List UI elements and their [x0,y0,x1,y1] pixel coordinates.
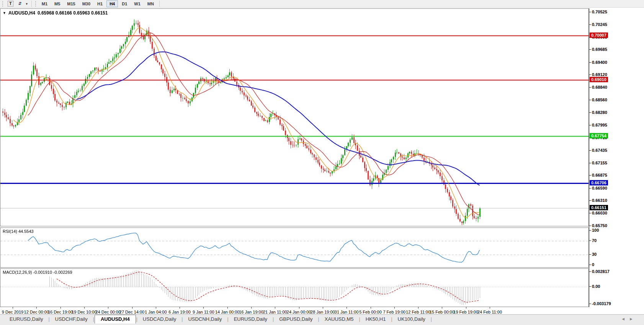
time-tick-mark [418,307,418,309]
timeframe-button-m15[interactable]: M15 [64,0,78,7]
time-tick-mark [36,307,37,309]
timeframe-button-m5[interactable]: M5 [51,0,63,7]
price-line-tag: 0.66706 [590,180,608,185]
macd-tick-mark [589,271,591,272]
price-tick-mark [589,213,591,213]
price-line-tag: 0.66151 [590,205,608,210]
time-tick-label: 24 Dec 00:00 [95,310,120,314]
price-tick-mark [589,62,591,63]
chart-tab-audusd-h4[interactable]: AUDUSD,H4 [95,315,136,324]
tab-scroll-left-icon[interactable]: ◄ [621,317,625,321]
time-tick-label: 12 Feb 11:00 [406,310,430,314]
rsi-tick-mark [589,254,591,255]
macd-tick-label: 0.002817 [592,269,626,274]
time-tick-mark [13,307,13,309]
timeframe-button-m30[interactable]: M30 [79,0,93,7]
price-tick-label: 0.66875 [592,173,626,178]
rsi-panel: RSI(14) 44.5543 [0,227,589,268]
rsi-label: RSI(14) 44.5543 [3,229,34,234]
arrows-tool-button[interactable]: ⇵ [16,0,24,7]
timeframe-button-mn[interactable]: MN [144,0,157,7]
time-tick-mark [466,307,466,309]
macd-canvas[interactable] [0,269,588,307]
price-tick-mark [589,175,591,176]
time-tick-label: 24 Jan 00:00 [287,310,311,314]
collapse-triangle-icon[interactable]: ▼ [3,11,6,15]
tab-separator: | [430,317,432,323]
price-tick-mark [589,226,591,226]
timeframe-button-h1[interactable]: H1 [94,0,106,7]
time-tick-mark [108,307,108,309]
status-strip [0,323,644,325]
time-tick-label: 28 Jan 19:00 [311,310,335,314]
time-tick-mark [180,307,180,309]
arrows-dropdown-caret[interactable]: ▾ [25,0,29,7]
price-tick-label: 0.66590 [592,186,626,191]
chart-tab-gbpusd-daily[interactable]: GBPUSD,Daily [274,315,317,323]
chart-tab-hk50-h1[interactable]: HK50,H1 [361,315,391,323]
price-line-tag: 0.69010 [590,77,608,82]
time-tick-label: 15 Feb 00:00 [430,310,454,314]
time-tick-label: 19 Feb 19:00 [453,310,478,314]
time-tick-label: 16 Jan 19:00 [239,310,263,314]
timeframe-button-w1[interactable]: W1 [131,0,144,7]
toolbar: T ⇵ ▾ M1M5M15M30H1H4D1W1MN [0,0,644,8]
time-tick-label: 31 Jan 11:00 [335,310,359,314]
time-tick-label: 24 Feb 11:00 [477,310,502,314]
timeframe-button-d1[interactable]: D1 [119,0,130,7]
rsi-canvas[interactable] [0,228,588,267]
timeframe-button-h4[interactable]: H4 [106,0,118,7]
chart-tab-usdchf-daily[interactable]: USDCHF,Daily [50,315,93,323]
macd-panel: MACD(12,26,9) -0.001910 -0.002269 [0,268,589,307]
price-tick-label: 0.67995 [592,123,626,128]
chart-tab-usdcnh-daily[interactable]: USDCNH,Daily [183,315,227,323]
timeframe-button-m1[interactable]: M1 [39,0,51,7]
chart-tab-xauusd-m5[interactable]: XAUUSD,M5 [320,315,359,323]
price-tick-label: 0.66030 [592,211,626,216]
text-tool-icon: T [8,1,13,6]
time-tick-mark [347,307,347,309]
time-tick-label: 27 Dec 14:00 [119,310,144,314]
rsi-tick-label: 70 [592,238,626,243]
main-chart-panel: ▼ AUDUSD,H4 0.65968 0.66166 0.65963 0.66… [0,8,589,226]
macd-tick-mark [589,286,591,287]
time-tick-label: 9 Dec 2019 [2,310,23,314]
time-tick-mark [251,307,252,309]
price-tick-label: 0.70245 [592,22,626,27]
chart-tab-uk100-daily[interactable]: UK100,Daily [393,315,430,323]
text-label-tool-button[interactable]: T [6,0,15,7]
timeframe-group: M1M5M15M30H1H4D1W1MN [39,0,157,7]
toolbar-grip[interactable] [2,1,4,6]
tab-scroll-right-icon[interactable]: ► [629,317,633,321]
time-tick-mark [203,307,204,309]
toolbar-separator-2 [159,1,160,7]
price-chart-canvas[interactable] [0,9,588,226]
chart-tab-eurusd-daily[interactable]: EURUSD,Daily [229,315,272,323]
price-tick-label: 0.68280 [592,110,626,115]
time-tick-mark [323,307,323,309]
time-axis[interactable]: 9 Dec 201912 Dec 00:0016 Dec 19:0019 Dec… [0,307,589,314]
mt4-window: T ⇵ ▾ M1M5M15M30H1H4D1W1MN ▼ AUDUSD,H4 0… [0,0,644,325]
timeframe-grip[interactable] [35,1,37,6]
price-tick-label: 0.70525 [592,10,626,15]
time-tick-label: 5 Feb 00:00 [359,310,382,314]
macd-tick-label: -0.003179 [592,301,626,306]
time-tick-mark [156,307,156,309]
time-tick-mark [490,307,490,309]
price-line-tag: 0.67754 [590,133,608,138]
time-tick-mark [275,307,275,309]
rsi-tick-mark [589,265,591,265]
chart-tab-eurusd-daily[interactable]: EURUSD,Daily [5,315,48,323]
time-tick-mark [299,307,299,309]
chart-title: ▼ AUDUSD,H4 0.65968 0.66166 0.65963 0.66… [3,10,108,16]
price-tick-mark [589,87,591,88]
ohlc-values: 0.65968 0.66166 0.65963 0.66151 [38,10,108,16]
price-tick-mark [589,112,591,113]
price-tick-mark [589,75,591,75]
macd-label: MACD(12,26,9) -0.001910 -0.002269 [3,270,72,275]
rsi-tick-label: 100 [592,228,626,233]
time-tick-label: 1 Jan 04:00 [145,310,167,314]
chart-tab-usdcad-daily[interactable]: USDCAD,Daily [138,315,181,323]
tab-scroll-buttons: ◄ ► [621,317,633,321]
rsi-tick-mark [589,230,591,231]
